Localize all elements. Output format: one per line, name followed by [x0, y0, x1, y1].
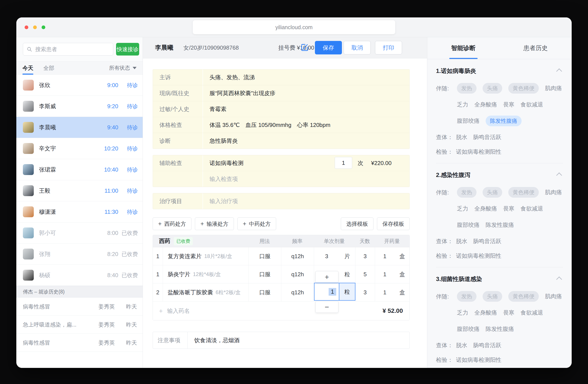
symptom-text[interactable]: 畏寒: [503, 99, 514, 110]
symptom-text[interactable]: 腹部绞痛: [457, 323, 480, 335]
quick-admit-button[interactable]: 快速接诊: [116, 43, 139, 56]
patient-row[interactable]: 穆潇潇 11:30 待诊: [16, 201, 143, 222]
add-western-rx-button[interactable]: + 西药处方: [153, 218, 191, 230]
minimize-window-button[interactable]: [33, 25, 37, 29]
appointment-time: 10:20: [94, 145, 118, 152]
days-cell[interactable]: 5: [356, 265, 375, 283]
patient-row[interactable]: 张欣 9:00 待诊: [16, 75, 143, 96]
symptom-text[interactable]: 腹部绞痛: [457, 115, 480, 126]
physical-exam-field[interactable]: 体温 35.6℃ 血压 105/90mmhg 心率 120bpm: [203, 117, 409, 133]
frequency-cell[interactable]: q12h: [281, 283, 314, 301]
patient-row-selected[interactable]: 李晨曦 9:40 待诊: [16, 117, 143, 138]
dose-increase-button[interactable]: +: [315, 271, 338, 283]
symptom-text[interactable]: 肌肉痛: [545, 187, 562, 198]
close-window-button[interactable]: [25, 25, 28, 29]
edit-icon[interactable]: [300, 43, 309, 52]
symptom-text[interactable]: 全身酸痛: [474, 203, 497, 214]
rx-drug-cell[interactable]: 复方黄连素片 18片*2板/盒: [163, 247, 249, 265]
symptom-text[interactable]: 肌肉痛: [545, 83, 562, 94]
tab-smart-diagnosis[interactable]: 智能诊断: [427, 37, 500, 59]
dose-cell[interactable]: 3: [314, 247, 339, 265]
dose-unit-highlighted-cell[interactable]: 粒: [339, 283, 356, 301]
symptom-chip[interactable]: 头痛: [483, 187, 502, 198]
days-cell[interactable]: 3: [356, 283, 375, 301]
present-illness-field[interactable]: 服“阿莫西林胶囊”出现皮疹: [203, 85, 409, 101]
treatment-add-input[interactable]: 输入治疗项: [203, 193, 409, 209]
search-patient-box[interactable]: [23, 43, 113, 56]
patient-row[interactable]: 李斯威 9:20 待诊: [16, 96, 143, 117]
symptom-chip[interactable]: 发热: [457, 187, 477, 198]
symptom-text[interactable]: 畏寒: [503, 307, 514, 318]
add-drug-input[interactable]: + 输入药名: [159, 307, 190, 315]
usage-cell[interactable]: 口服: [249, 265, 281, 283]
add-infusion-rx-button[interactable]: + 输液处方: [195, 218, 234, 230]
patient-name: 杨硕: [39, 271, 50, 279]
usage-cell[interactable]: 口服: [249, 247, 281, 265]
tab-today[interactable]: 今天: [22, 64, 33, 72]
diagnosis-title[interactable]: 3.细菌性肠道感染: [436, 275, 563, 283]
cancel-button[interactable]: 取消: [344, 41, 371, 54]
amount-cell[interactable]: 1: [375, 247, 395, 265]
patient-row[interactable]: 杨硕 8:40 已收费: [16, 265, 143, 286]
history-row[interactable]: 急上呼吸道感染，扁... 姜秀英 昨天: [16, 316, 143, 334]
symptom-chip[interactable]: 黄色稀便: [508, 291, 539, 302]
select-template-button[interactable]: 选择模板: [341, 218, 374, 230]
symptom-chip-selected[interactable]: 陈发性腹痛: [486, 116, 522, 126]
test-label: 检验：: [436, 252, 453, 260]
save-button[interactable]: 保存: [315, 41, 342, 54]
symptom-text[interactable]: 乏力: [457, 99, 468, 110]
frequency-cell[interactable]: q12h: [281, 265, 314, 283]
save-template-button[interactable]: 保存模板: [377, 218, 410, 230]
amount-cell[interactable]: 1: [375, 283, 395, 301]
symptom-text[interactable]: 乏力: [457, 307, 468, 318]
history-row[interactable]: 病毒性感冒 姜秀英 昨天: [16, 334, 143, 352]
aux-count-input[interactable]: [335, 157, 352, 169]
frequency-cell[interactable]: q12h: [281, 247, 314, 265]
chief-complaint-field[interactable]: 头痛、发热、流涕: [203, 69, 409, 85]
patient-row[interactable]: 辛文宇 10:20 待诊: [16, 138, 143, 159]
tab-all[interactable]: 全部: [43, 64, 54, 72]
symptom-text[interactable]: 陈发性腹痛: [486, 220, 514, 231]
symptom-text[interactable]: 肌肉痛: [545, 291, 562, 302]
allergy-field[interactable]: 青霉素: [203, 101, 409, 117]
print-button[interactable]: 打印: [375, 41, 402, 54]
symptom-text[interactable]: 乏力: [457, 203, 468, 214]
diagnosis-title[interactable]: 2.感染性腹泻: [436, 171, 563, 179]
diagnosis-title[interactable]: 1.诺如病毒肠炎: [436, 67, 563, 75]
amount-cell[interactable]: 1: [375, 265, 395, 283]
rx-drug-cell[interactable]: 肠炎宁片 12粒*4板/盒: [163, 265, 249, 283]
rx-drug-cell[interactable]: 盐酸洛哌丁胺胶囊 6粒*2板/盒: [163, 283, 249, 301]
symptom-text[interactable]: 陈发性腹痛: [486, 323, 514, 335]
dose-decrease-button[interactable]: −: [315, 301, 338, 313]
symptom-chip[interactable]: 发热: [457, 291, 477, 302]
fullscreen-window-button[interactable]: [42, 25, 45, 29]
tab-patient-history[interactable]: 患者历史: [500, 37, 572, 59]
symptom-chip[interactable]: 黄色稀便: [508, 187, 539, 198]
history-row[interactable]: 病毒性感冒 姜秀英 昨天: [16, 298, 143, 316]
status-filter-dropdown[interactable]: 所有状态: [109, 64, 137, 71]
aux-exam-add-input[interactable]: 输入检查项: [203, 171, 409, 187]
notice-field[interactable]: 饮食清淡，忌烟酒: [188, 332, 240, 348]
diagnosis-field[interactable]: 急性肠胃炎: [203, 133, 409, 149]
usage-cell[interactable]: 口服: [249, 283, 281, 301]
patient-row[interactable]: 郭小可 8:00 已收费: [16, 222, 143, 243]
patient-row[interactable]: 张翔 8:20 已收费: [16, 243, 143, 265]
symptom-text[interactable]: 食欲减退: [521, 203, 543, 214]
symptom-text[interactable]: 畏寒: [503, 203, 514, 214]
symptom-chip[interactable]: 头痛: [483, 83, 502, 94]
dose-input[interactable]: 1: [314, 283, 339, 301]
days-cell[interactable]: 3: [356, 247, 375, 265]
symptom-chip[interactable]: 发热: [457, 83, 477, 94]
symptom-text[interactable]: 全身酸痛: [474, 99, 497, 110]
symptom-text[interactable]: 腹部绞痛: [457, 220, 480, 231]
patient-row[interactable]: 张珺霖 10:40 待诊: [16, 159, 143, 180]
patient-row[interactable]: 王毅 11:00 待诊: [16, 180, 143, 201]
symptom-text[interactable]: 全身酸痛: [474, 307, 497, 318]
address-bar[interactable]: yiliancloud.com: [193, 20, 395, 34]
symptom-text[interactable]: 食欲减退: [521, 99, 543, 110]
symptom-text[interactable]: 食欲减退: [521, 307, 543, 318]
symptom-chip[interactable]: 黄色稀便: [508, 83, 539, 94]
symptom-chip[interactable]: 头痛: [483, 291, 502, 302]
add-chinese-rx-button[interactable]: + 中药处方: [237, 218, 276, 230]
search-input[interactable]: [35, 46, 109, 53]
